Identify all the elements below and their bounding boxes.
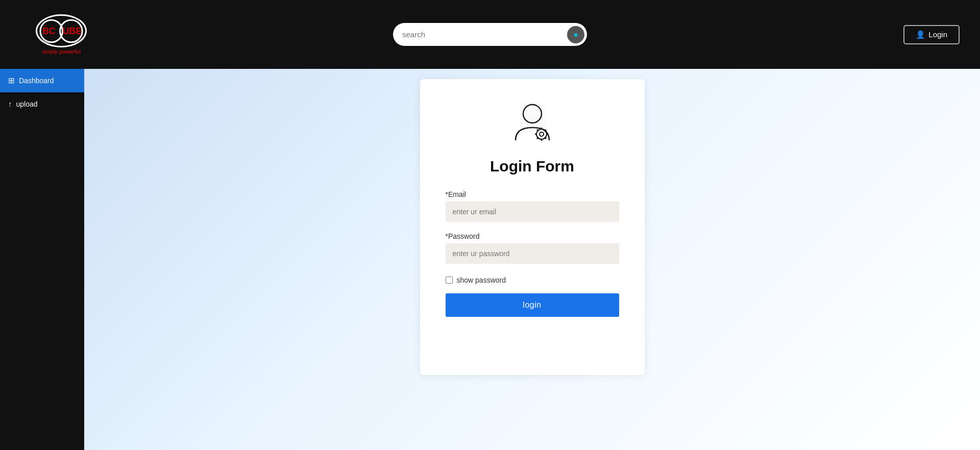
show-password-label[interactable]: show password [457, 276, 506, 284]
header: BC UBE simply powerful ● 👤 Login [0, 0, 980, 69]
password-label: *Password [446, 232, 619, 240]
email-field[interactable] [446, 202, 619, 222]
search-input[interactable] [402, 30, 567, 39]
sidebar: ⊞ Dashboard ↑ upload [0, 69, 84, 450]
password-group: *Password [446, 232, 619, 264]
main-content: Login Form *Email *Password show passwor… [84, 69, 980, 450]
logo-circle: BC UBE [36, 14, 87, 47]
login-button-label: Login [928, 30, 947, 39]
password-field[interactable] [446, 243, 619, 264]
show-password-checkbox[interactable] [446, 277, 453, 284]
dashboard-icon: ⊞ [8, 76, 15, 85]
user-admin-icon [509, 99, 555, 145]
svg-point-7 [540, 132, 544, 136]
search-button[interactable]: ● [567, 26, 584, 43]
search-area: ● [393, 23, 587, 46]
logo-area: BC UBE simply powerful [20, 14, 102, 55]
login-form-title: Login Form [490, 158, 574, 175]
svg-text:UBE: UBE [62, 26, 82, 36]
search-icon: ● [573, 30, 578, 39]
sidebar-item-upload[interactable]: ↑ upload [0, 92, 84, 115]
email-label: *Email [446, 190, 619, 198]
upload-icon: ↑ [8, 99, 12, 108]
svg-text:BC: BC [42, 26, 56, 36]
logo-tagline: simply powerful [42, 48, 81, 55]
show-password-row: show password [446, 276, 619, 284]
email-group: *Email [446, 190, 619, 222]
person-icon: 👤 [916, 30, 925, 39]
svg-rect-16 [520, 105, 545, 133]
layout: ⊞ Dashboard ↑ upload [0, 69, 980, 450]
sidebar-dashboard-label: Dashboard [19, 77, 54, 85]
user-admin-icon-area [509, 99, 555, 158]
header-login-button[interactable]: 👤 Login [903, 25, 960, 44]
login-submit-button[interactable]: login [446, 293, 619, 317]
search-bar: ● [393, 23, 587, 46]
login-card: Login Form *Email *Password show passwor… [420, 79, 645, 375]
sidebar-upload-label: upload [16, 100, 38, 108]
sidebar-item-dashboard[interactable]: ⊞ Dashboard [0, 69, 84, 92]
logo-svg: BC UBE [37, 16, 85, 46]
